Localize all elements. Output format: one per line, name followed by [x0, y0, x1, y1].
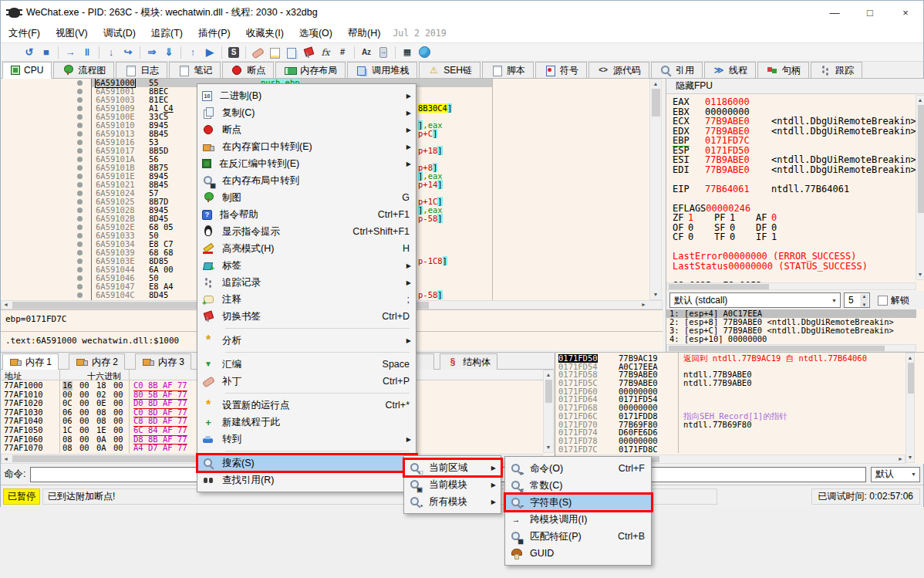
register-row[interactable]: CF0TF0IF1	[673, 232, 913, 242]
tab-线程[interactable]: ≫线程	[704, 62, 756, 78]
registers-panel[interactable]: 隐藏FPU EAX01186000EBX00000000ECX77B9ABE0<…	[666, 79, 924, 352]
menu-item-断点[interactable]: 断点▶	[197, 121, 416, 138]
menu-item-常数(C)[interactable]: #常数(C)	[505, 477, 651, 494]
menu-item-在内存窗口中转到(E)[interactable]: 在内存窗口中转到(E)▶	[197, 138, 416, 155]
menu-item-新建线程于此[interactable]: +新建线程于此	[197, 414, 416, 431]
step-over-button[interactable]: ↪	[120, 44, 137, 61]
menu-item-追踪记录[interactable]: 追踪记录▶	[197, 274, 416, 291]
disasm-vertical-scrollbar[interactable]: ▲ ▼	[649, 79, 662, 300]
stop-button[interactable]: ■	[38, 44, 55, 61]
register-row[interactable]: ZF1PF1AF0	[673, 213, 913, 223]
breakpoint-dot-icon[interactable]	[77, 174, 83, 179]
stack-row[interactable]: 0171FD5077B9AC19返回到 ntdll.77B9AC19 自 ntd…	[555, 354, 915, 363]
breakpoint-dot-icon[interactable]	[77, 97, 83, 103]
tab-源代码[interactable]: <>源代码	[588, 62, 649, 78]
registers-vertical-scrollbar[interactable]: ▲ ▼	[916, 95, 924, 280]
menubar-item-5[interactable]: 收藏夹(I)	[238, 25, 292, 42]
register-row[interactable]: OF0SF0DF0	[673, 223, 913, 233]
tab-调用堆栈[interactable]: 调用堆栈	[347, 62, 417, 78]
stack-row[interactable]: 0171FD6000000000	[555, 387, 915, 396]
register-row[interactable]: EFLAGS00000246	[673, 204, 913, 214]
bookmark-button[interactable]	[300, 44, 317, 61]
register-row[interactable]: EAX01186000	[673, 97, 913, 107]
breakpoint-dot-icon[interactable]	[77, 267, 83, 272]
breakpoint-dot-icon[interactable]	[77, 225, 83, 230]
breakpoint-dot-icon[interactable]	[77, 259, 83, 264]
register-row[interactable]: EIP77B64061ntdll.77B64061	[673, 184, 913, 194]
menubar-item-1[interactable]: 视图(V)	[48, 25, 96, 42]
menu-item-分析[interactable]: *分析▶	[197, 332, 416, 349]
breakpoint-dot-icon[interactable]	[77, 292, 83, 298]
tab-笔记[interactable]: 笔记	[169, 62, 221, 78]
restart-button[interactable]: ↺	[21, 44, 38, 61]
tab-CPU[interactable]: CPU	[2, 62, 52, 79]
tab-句柄[interactable]: 句柄	[757, 62, 809, 78]
patch-button[interactable]	[249, 44, 266, 61]
menu-item-汇编[interactable]: ▼汇编Space	[197, 356, 416, 373]
menu-item-标签[interactable]: 标签▶	[197, 257, 416, 274]
menu-item-跨模块调用(I)[interactable]: →跨模块调用(I)	[505, 511, 651, 528]
attach-button[interactable]: ▶	[201, 44, 218, 61]
menu-item-切换书签[interactable]: 切换书签Ctrl+D	[197, 308, 416, 325]
breakpoint-dot-icon[interactable]	[77, 131, 83, 137]
execute-till-return-button[interactable]: ⇒	[143, 44, 160, 61]
calculator-button[interactable]: ▦	[399, 44, 416, 61]
breakpoint-dot-icon[interactable]	[77, 140, 83, 145]
close-button[interactable]: ×	[888, 1, 923, 24]
minimize-button[interactable]: —	[817, 1, 852, 24]
stack-vertical-scrollbar[interactable]: ▲ ▼	[905, 353, 915, 463]
stack-panel[interactable]: 0171FD5077B9AC19返回到 ntdll.77B9AC19 自 ntd…	[555, 352, 924, 464]
breakpoint-dot-icon[interactable]	[77, 284, 83, 289]
menu-item-命令(O)[interactable]: >命令(O)Ctrl+F	[505, 460, 651, 477]
stack-row[interactable]: 0171FD7800000000	[555, 437, 915, 445]
menubar-item-2[interactable]: 调试(D)	[96, 25, 143, 42]
breakpoint-dot-icon[interactable]	[77, 233, 83, 238]
notes-button[interactable]	[283, 44, 300, 61]
breakpoint-dot-icon[interactable]	[77, 114, 83, 120]
maximize-button[interactable]: □	[852, 1, 888, 24]
breakpoint-dot-icon[interactable]	[77, 106, 83, 111]
stack-row[interactable]: 0171FD640171FD54	[555, 395, 915, 404]
open-file-button[interactable]	[4, 44, 21, 61]
breakpoint-dot-icon[interactable]	[77, 191, 83, 196]
menubar-item-0[interactable]: 文件(F)	[1, 25, 48, 42]
struct-tab[interactable]: §结构体	[440, 353, 497, 370]
tab-脚本[interactable]: 脚本	[482, 62, 534, 78]
tab-跟踪[interactable]: 跟踪	[811, 62, 862, 78]
menu-item-匹配特征(P)[interactable]: ▦匹配特征(P)Ctrl+B	[505, 528, 651, 545]
step-out-button[interactable]: ⇓	[160, 44, 177, 61]
menu-item-注释[interactable]: 注释;	[197, 291, 416, 308]
command-scope-select[interactable]: 默认 ▼	[871, 467, 920, 482]
menu-item-搜索(S)[interactable]: 搜索(S)▶	[197, 455, 416, 472]
breakpoint-dot-icon[interactable]	[77, 199, 83, 204]
unlock-checkbox[interactable]: 解锁	[878, 294, 909, 307]
stack-row[interactable]: 0171FD7077B69F80ntdll.77B69F80	[555, 421, 915, 429]
menu-item-查找引用(R)[interactable]: 查找引用(R)▶	[197, 472, 416, 488]
breakpoint-dot-icon[interactable]	[77, 208, 83, 213]
globe-button[interactable]	[416, 44, 433, 61]
calling-convention-select[interactable]: 默认 (stdcall) ▼	[669, 292, 841, 308]
menubar-item-3[interactable]: 追踪(T)	[143, 25, 191, 42]
tab-符号[interactable]: 符号	[535, 62, 587, 78]
breakpoint-dot-icon[interactable]	[77, 165, 83, 171]
run-button[interactable]: →	[62, 44, 79, 61]
breakpoint-dot-icon[interactable]	[77, 275, 83, 281]
breakpoint-dot-icon[interactable]	[77, 157, 83, 162]
breakpoint-dot-icon[interactable]	[77, 123, 83, 128]
tab-引用[interactable]: 引用	[651, 62, 703, 78]
stack-row[interactable]: 0171FD6C0171FDD8指向SEH_Record[1]的指针	[555, 412, 915, 421]
menu-item-复制(C)[interactable]: 复制(C)▶	[197, 104, 416, 121]
menu-item-补丁[interactable]: 补丁Ctrl+P	[197, 373, 416, 390]
menu-item-在内存布局中转到[interactable]: ▦在内存布局中转到	[197, 172, 416, 189]
az-button[interactable]: Az	[358, 44, 375, 61]
breakpoint-dot-icon[interactable]	[77, 80, 83, 86]
stack-row[interactable]: 0171FD7C0171FD8C	[555, 445, 915, 453]
registers-horizontal-scrollbar[interactable]	[666, 282, 916, 290]
menu-item-所有模块[interactable]: *所有模块▶	[404, 493, 501, 510]
menu-item-显示指令提示[interactable]: 显示指令提示Ctrl+Shift+F1	[197, 223, 416, 240]
breakpoint-dot-icon[interactable]	[77, 148, 83, 154]
menu-item-当前模块[interactable]: ▣当前模块▶	[404, 476, 501, 493]
breakpoint-dot-icon[interactable]	[77, 250, 83, 255]
menubar-item-7[interactable]: 帮助(H)	[340, 25, 388, 42]
tab-SEH链[interactable]: ⚠SEH链	[419, 62, 481, 78]
